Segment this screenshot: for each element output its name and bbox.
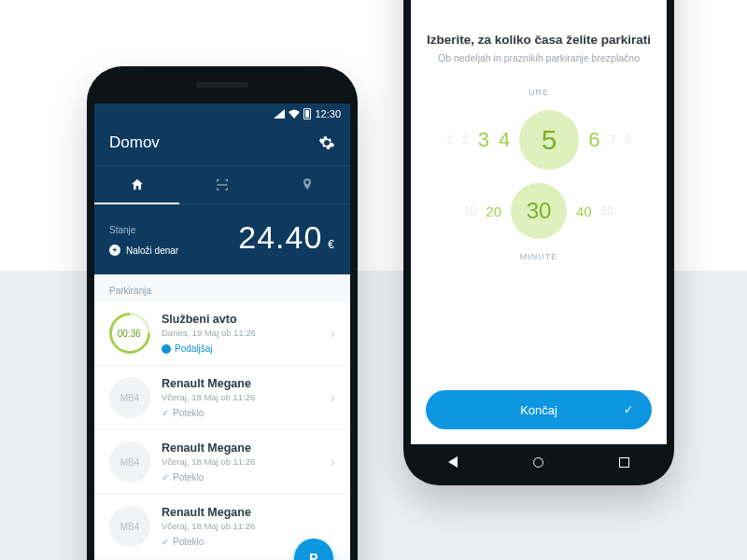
check-icon: ✓ — [162, 408, 169, 418]
extend-button[interactable]: Podaljšaj — [162, 343, 319, 354]
battery-icon — [303, 108, 311, 119]
nav-back-icon[interactable] — [448, 456, 458, 468]
item-title: Renault Megane — [162, 441, 319, 455]
chevron-right-icon: › — [331, 325, 335, 342]
item-sub: Včeraj, 18 Maj ob 11:26 — [162, 456, 319, 467]
check-icon: ✓ — [162, 537, 169, 547]
section-label: Parkiranja — [94, 274, 350, 301]
nav-recent-icon[interactable] — [619, 457, 629, 468]
hours-selected: 5 — [519, 110, 579, 170]
list-item[interactable]: 00:36 Službeni avto Danes, 19 Maj ob 11:… — [94, 301, 350, 366]
check-icon: ✓ — [624, 403, 633, 416]
gear-icon[interactable] — [318, 134, 335, 151]
item-sub: Danes, 19 Maj ob 11:26 — [162, 328, 319, 338]
clock-icon — [162, 344, 171, 354]
tab-scan[interactable] — [179, 166, 264, 203]
balance-amount: 24.40 € — [238, 219, 335, 256]
check-icon: ✓ — [162, 472, 169, 483]
chevron-right-icon: › — [331, 454, 335, 470]
subline: Ob nedeljah in praznikih parkiranje brez… — [426, 52, 652, 63]
back-arrow-icon[interactable]: ← — [424, 0, 441, 5]
timer-badge: 00:36 — [101, 304, 159, 362]
tab-map[interactable] — [265, 166, 350, 203]
signal-icon — [274, 109, 285, 119]
tab-home[interactable] — [94, 166, 179, 203]
item-sub: Včeraj, 18 Maj ob 11:26 — [162, 521, 335, 531]
chevron-right-icon: › — [331, 389, 335, 406]
status-expired: ✓Poteklo — [162, 472, 319, 483]
zone-badge: MB4 — [109, 506, 150, 547]
phone-time-picker: 12:30 ← Čas Izberite, za koliko časa žel… — [403, 0, 674, 485]
status-expired: ✓Poteklo — [162, 408, 319, 418]
page-title: Čas — [456, 0, 482, 4]
minutes-label: MINUTE — [426, 252, 652, 261]
list-item[interactable]: MB4 Renault Megane Včeraj, 18 Maj ob 11:… — [94, 430, 350, 495]
pin-icon — [300, 177, 315, 192]
plus-icon: + — [109, 245, 120, 256]
minutes-selected: 30 — [511, 183, 567, 239]
load-money-button[interactable]: + Naloži denar — [109, 245, 178, 256]
home-icon — [130, 177, 145, 192]
hours-label: URE — [426, 88, 652, 97]
zone-badge: MB4 — [109, 441, 150, 483]
android-nav — [411, 446, 667, 478]
tabs — [94, 165, 350, 204]
header: ← Čas — [411, 0, 667, 16]
item-title: Renault Megane — [162, 506, 335, 519]
phone-home: 12:30 Domov — [87, 66, 358, 560]
item-sub: Včeraj, 18 Maj ob 11:26 — [162, 392, 319, 402]
page-title: Domov — [109, 133, 160, 152]
scan-icon — [215, 177, 230, 192]
finish-button[interactable]: Končaj ✓ — [426, 390, 652, 429]
minutes-picker[interactable]: 10 20 30 40 50 — [426, 183, 652, 239]
headline: Izberite, za koliko časa želite parkirat… — [426, 33, 652, 47]
parking-list: 00:36 Službeni avto Danes, 19 Maj ob 11:… — [94, 301, 350, 560]
header: Domov Stanje — [94, 124, 350, 274]
nav-home-icon[interactable] — [533, 457, 543, 468]
hours-picker[interactable]: 1 2 3 4 5 6 7 8 — [426, 110, 652, 170]
balance-label: Stanje — [109, 225, 178, 235]
wifi-icon — [289, 109, 300, 119]
zone-badge: MB4 — [109, 377, 150, 418]
status-bar: 12:30 — [94, 104, 350, 124]
status-time: 12:30 — [315, 108, 341, 119]
item-title: Službeni avto — [162, 313, 319, 326]
list-item[interactable]: MB4 Renault Megane Včeraj, 18 Maj ob 11:… — [94, 366, 350, 430]
item-title: Renault Megane — [162, 377, 319, 390]
